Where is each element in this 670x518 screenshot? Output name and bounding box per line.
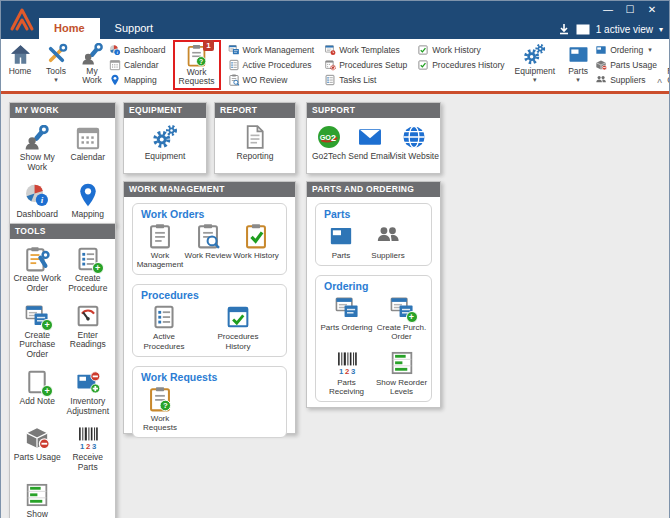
parts-tile[interactable]: Parts [319, 223, 363, 260]
ribbon-home-button[interactable]: Home [5, 41, 35, 76]
ribbon-parts-label: Parts [568, 67, 588, 76]
close-button[interactable]: ✕ [641, 2, 663, 17]
ribbon-group-equipment: Equipment ▾ [510, 40, 559, 90]
parts-usage-label: Parts Usage [14, 453, 61, 463]
ribbon-equipment-label: Equipment [514, 67, 555, 76]
ribbon-calendar-button[interactable]: Calendar [109, 59, 166, 71]
download-icon[interactable] [558, 23, 570, 35]
create-purchase-order-icon: + [24, 303, 50, 329]
ribbon-tools-label: Tools [46, 67, 66, 76]
show-reorder-levels-tile[interactable]: Show Reorder Levels [374, 350, 429, 396]
chevron-down-icon: ▾ [54, 76, 58, 83]
active-view-label[interactable]: 1 active view [596, 24, 653, 35]
show-my-work-tile[interactable]: Show My Work [12, 125, 62, 173]
ribbon-stack: Work Templates Procedures Setup Tasks Li… [322, 41, 409, 89]
work-management-icon [228, 44, 240, 56]
send-email-tile[interactable]: Send Email [349, 124, 391, 162]
visit-website-tile[interactable]: Visit Website [391, 124, 438, 162]
go2tech-label: Go2Tech [312, 152, 346, 162]
chevron-down-icon[interactable]: ▾ [659, 25, 663, 34]
tab-support[interactable]: Support [100, 18, 169, 39]
ribbon-parts-usage-button[interactable]: Parts Usage [595, 59, 657, 71]
ribbon-work-management-button[interactable]: Work Management [228, 44, 315, 56]
ribbon-work-templates-button[interactable]: Work Templates [324, 44, 407, 56]
panel-tools-body: Create Work Order + Create Procedure + C… [10, 239, 115, 518]
ribbon-work-requests-button[interactable]: 1 Work Requests [177, 42, 217, 87]
ribbon-ordering-button[interactable]: Ordering ▾ [595, 44, 657, 56]
ribbon-report-center-button[interactable]: Report Center [665, 41, 669, 86]
work-management-tile[interactable]: Work Management [136, 223, 184, 269]
group-work-orders: Work Orders Work Management Work Review [132, 203, 287, 275]
ribbon-procedures-setup-button[interactable]: Procedures Setup [324, 59, 407, 71]
create-work-order-tile[interactable]: Create Work Order [12, 246, 62, 294]
parts-ordering-icon [334, 295, 360, 321]
group-work-requests: Work Requests Work Requests [132, 366, 287, 438]
ribbon-active-procedures-button[interactable]: Active Procedures [228, 59, 315, 71]
work-history-tile[interactable]: Work History [232, 223, 280, 269]
create-procedure-tile[interactable]: + Create Procedure [63, 246, 113, 294]
enter-readings-tile[interactable]: Enter Readings [63, 303, 113, 360]
calendar-tile[interactable]: Calendar [63, 125, 113, 173]
ribbon-wo-review-button[interactable]: WO Review [228, 74, 315, 86]
ribbon-tasks-list-button[interactable]: Tasks List [324, 74, 407, 86]
panel-my-work-body: Show My Work Calendar Dashboard Mapping [10, 118, 115, 225]
my-work-icon [81, 43, 104, 66]
create-procedure-icon: + [75, 246, 101, 272]
tools-icon [45, 43, 68, 66]
parts-ordering-tile[interactable]: Parts Ordering [319, 295, 374, 341]
receive-parts-icon [75, 425, 101, 451]
ribbon-work-history-button[interactable]: Work History [417, 44, 504, 56]
panel-parts-and-ordering-title: PARTS AND ORDERING [307, 182, 440, 197]
add-note-icon: + [24, 369, 50, 395]
parts-receiving-tile[interactable]: Parts Receiving [319, 350, 374, 396]
inventory-adjustment-tile[interactable]: Inventory Adjustment [63, 369, 113, 417]
ribbon-work-history-label: Work History [432, 45, 481, 55]
ribbon-group-tools: Tools ▾ [39, 40, 73, 90]
go2tech-tile[interactable]: Go2Tech [309, 124, 349, 162]
procedures-history-tile[interactable]: Procedures History [210, 304, 266, 350]
parts-icon [567, 43, 590, 66]
equipment-gears-icon [523, 43, 546, 66]
dashboard-tile[interactable]: Dashboard [12, 182, 62, 220]
receive-parts-tile[interactable]: Receive Parts [63, 425, 113, 473]
work-requests-label: Work Requests [136, 414, 184, 432]
work-review-icon [195, 223, 221, 249]
reporting-tile[interactable]: Reporting [235, 124, 275, 162]
work-requests-tile[interactable]: Work Requests [136, 386, 184, 432]
create-purchase-order-tile[interactable]: + Create Purch. Order [374, 295, 429, 341]
ribbon-parts-usage-label: Parts Usage [610, 60, 657, 70]
ribbon-equipment-button[interactable]: Equipment ▾ [512, 41, 557, 83]
enter-readings-label: Enter Readings [63, 331, 113, 351]
views-window-icon[interactable] [576, 24, 590, 35]
ribbon-tools-button[interactable]: Tools ▾ [41, 41, 71, 83]
add-note-tile[interactable]: + Add Note [12, 369, 62, 417]
ribbon-my-work-button[interactable]: My Work [77, 41, 107, 86]
show-my-work-icon [24, 125, 50, 151]
ribbon-dashboard-button[interactable]: Dashboard [109, 44, 166, 56]
show-my-work-label: Show My Work [12, 153, 62, 173]
globe-icon [401, 124, 427, 150]
mapping-label: Mapping [71, 210, 104, 220]
create-work-order-icon [24, 246, 50, 272]
create-purchase-order-tile[interactable]: + Create Purchase Order [12, 303, 62, 360]
active-view-control[interactable]: 1 active view ▾ [558, 23, 663, 35]
group-parts: Parts Parts Suppliers [315, 203, 432, 266]
procedures-setup-icon [324, 59, 336, 71]
active-procedures-tile[interactable]: Active Procedures [136, 304, 192, 350]
parts-usage-tile[interactable]: Parts Usage [12, 425, 62, 473]
mapping-tile[interactable]: Mapping [63, 182, 113, 220]
maximize-button[interactable]: ☐ [619, 2, 641, 17]
tab-home[interactable]: Home [39, 18, 100, 39]
ribbon-suppliers-button[interactable]: Suppliers [595, 74, 657, 86]
equipment-tile[interactable]: Equipment [145, 124, 186, 162]
collapse-ribbon-icon[interactable]: ^ [657, 79, 662, 89]
ribbon-procedures-history-button[interactable]: Procedures History [417, 59, 504, 71]
minimize-button[interactable]: — [597, 2, 619, 17]
show-reorder-levels-tile[interactable]: Show Reorder Levels [12, 482, 62, 518]
ribbon-group-work-requests-highlighted: 1 Work Requests [173, 40, 221, 90]
ribbon-parts-button[interactable]: Parts ▾ [563, 41, 593, 83]
suppliers-tile[interactable]: Suppliers [363, 223, 413, 260]
work-review-tile[interactable]: Work Review [184, 223, 232, 269]
ribbon-mapping-button[interactable]: Mapping [109, 74, 166, 86]
reporting-label: Reporting [237, 152, 274, 162]
